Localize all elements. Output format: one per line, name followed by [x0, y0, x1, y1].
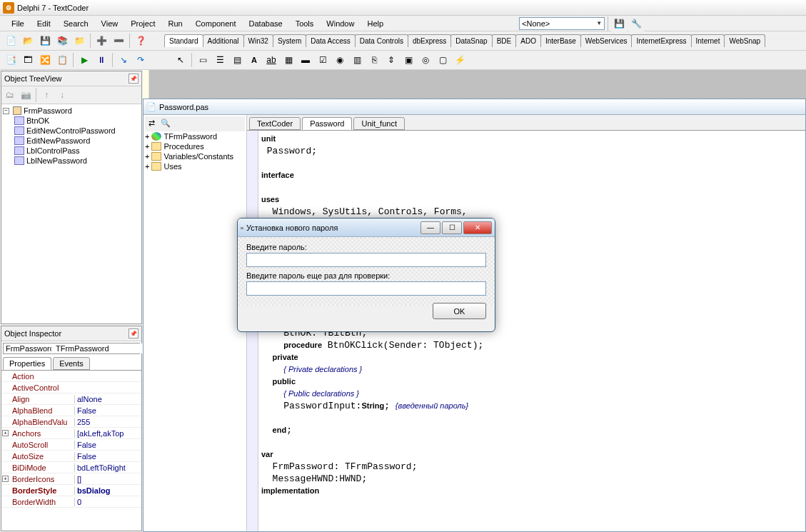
trace-into-button[interactable]: ↘: [116, 52, 131, 68]
component-button[interactable]: ▬: [298, 52, 313, 68]
explorer-variables[interactable]: +Variables/Constants: [145, 151, 245, 161]
tree-item[interactable]: EditNewPassword: [3, 136, 140, 146]
property-row[interactable]: ActiveControl: [1, 382, 141, 393]
palette-tab-dbexpress[interactable]: dbExpress: [408, 34, 451, 47]
editor-tab[interactable]: TextCoder: [249, 117, 301, 130]
palette-tab-internetexpress[interactable]: InternetExpress: [631, 34, 691, 47]
saveall-button[interactable]: 📚: [54, 33, 70, 49]
open-project-button[interactable]: 📁: [71, 33, 87, 49]
palette-tab-system[interactable]: System: [273, 34, 306, 47]
explorer-class[interactable]: +TFrmPassword: [145, 131, 245, 141]
selector-tool[interactable]: ↖: [173, 52, 188, 68]
property-row[interactable]: +Anchors[akLeft,akTop: [1, 428, 141, 439]
component-groupbox[interactable]: ▣: [401, 52, 416, 68]
palette-tab-datasnap[interactable]: DataSnap: [450, 34, 492, 47]
property-row[interactable]: +BorderIcons[]: [1, 473, 141, 485]
menu-file[interactable]: File: [6, 18, 30, 29]
menu-run[interactable]: Run: [162, 18, 188, 29]
inspector-object-combo[interactable]: ▼: [3, 343, 140, 354]
property-row[interactable]: AlignalNone: [1, 393, 141, 405]
component-radiobutton[interactable]: ◉: [332, 52, 348, 68]
menu-tools[interactable]: Tools: [290, 18, 320, 29]
palette-tab-ado[interactable]: ADO: [515, 34, 541, 47]
tree-item[interactable]: EditNewControlPassword: [3, 126, 140, 136]
tree-item[interactable]: BtnOK: [3, 116, 140, 126]
save-desktop-button[interactable]: 💾: [611, 16, 627, 31]
tree-up-button[interactable]: ↑: [39, 88, 54, 102]
property-row[interactable]: BorderWidth0: [1, 496, 141, 508]
menu-project[interactable]: Project: [125, 18, 161, 29]
palette-tab-data-access[interactable]: Data Access: [306, 34, 356, 47]
add-file-button[interactable]: ➕: [94, 33, 109, 49]
pin-icon[interactable]: 📌: [129, 328, 138, 338]
component-edit[interactable]: ab: [263, 52, 279, 68]
maximize-button[interactable]: ☐: [442, 221, 462, 234]
inspector-combo-right[interactable]: [54, 343, 156, 353]
pin-icon[interactable]: 📌: [129, 74, 138, 84]
palette-tab-additional[interactable]: Additional: [203, 34, 244, 47]
tab-events[interactable]: Events: [53, 357, 90, 370]
property-row[interactable]: AlphaBlendValu255: [1, 416, 141, 428]
menu-help[interactable]: Help: [361, 18, 389, 29]
close-button[interactable]: ✕: [463, 221, 492, 234]
component-listbox[interactable]: ▥: [349, 52, 365, 68]
ok-button[interactable]: OK: [433, 303, 486, 319]
property-row[interactable]: BorderStylebsDialog: [1, 485, 141, 496]
component-frames[interactable]: ▭: [195, 52, 211, 68]
object-tree[interactable]: − FrmPassword BtnOKEditNewControlPasswor…: [1, 104, 141, 323]
property-grid[interactable]: ActionActiveControlAlignalNoneAlphaBlend…: [1, 370, 141, 531]
open-button[interactable]: 📂: [20, 33, 36, 49]
palette-tab-bde[interactable]: BDE: [492, 34, 517, 47]
explorer-uses[interactable]: +Uses: [145, 161, 245, 171]
editor-titlebar[interactable]: 📄 Password.pas: [143, 99, 805, 115]
view-form-button[interactable]: 🗔: [20, 52, 36, 68]
property-row[interactable]: AlphaBlendFalse: [1, 405, 141, 416]
collapse-icon[interactable]: −: [3, 108, 9, 114]
palette-tab-win32[interactable]: Win32: [243, 34, 273, 47]
tree-item[interactable]: LblNewPassword: [3, 156, 140, 166]
component-checkbox[interactable]: ☑: [315, 52, 331, 68]
desktop-combo[interactable]: <None> ▼: [519, 17, 605, 30]
palette-tab-websnap[interactable]: WebSnap: [724, 34, 765, 47]
component-popupmenu[interactable]: ▤: [229, 52, 245, 68]
remove-file-button[interactable]: ➖: [111, 33, 126, 49]
tree-root[interactable]: − FrmPassword: [3, 106, 140, 116]
editor-tab[interactable]: Password: [302, 117, 352, 130]
explorer-procedures[interactable]: +Procedures: [145, 141, 245, 151]
palette-tab-internet[interactable]: Internet: [691, 34, 725, 47]
new-form-button[interactable]: 📋: [54, 52, 70, 68]
property-row[interactable]: Action: [1, 371, 141, 382]
explorer-tool-1[interactable]: ⇄: [145, 116, 158, 129]
menu-edit[interactable]: Edit: [31, 18, 56, 29]
editor-tab[interactable]: Unit_funct: [353, 117, 405, 130]
palette-tab-data-controls[interactable]: Data Controls: [355, 34, 408, 47]
tree-item[interactable]: LblControlPass: [3, 146, 140, 156]
new-button[interactable]: 📄: [3, 33, 19, 49]
component-mainmenu[interactable]: ☰: [212, 52, 228, 68]
save-button[interactable]: 💾: [37, 33, 53, 49]
component-scrollbar[interactable]: ⇕: [383, 52, 399, 68]
tree-down-button[interactable]: ↓: [55, 88, 69, 102]
component-radiogroup[interactable]: ◎: [418, 52, 433, 68]
menu-search[interactable]: Search: [58, 18, 94, 29]
menu-database[interactable]: Database: [243, 18, 288, 29]
code-explorer[interactable]: ⇄ 🔍 +TFrmPassword +Procedures +Variables…: [143, 115, 247, 531]
toggle-form-unit-button[interactable]: 🔀: [37, 52, 53, 68]
property-row[interactable]: BiDiModebdLeftToRight: [1, 462, 141, 473]
component-panel[interactable]: ▢: [435, 52, 450, 68]
password-input[interactable]: [246, 253, 486, 267]
menu-component[interactable]: Component: [190, 18, 242, 29]
run-button[interactable]: ▶: [76, 52, 92, 68]
minimize-button[interactable]: —: [420, 221, 440, 234]
component-label[interactable]: A: [246, 52, 262, 68]
confirm-password-input[interactable]: [246, 281, 486, 296]
explorer-tool-2[interactable]: 🔍: [159, 116, 172, 129]
palette-tab-webservices[interactable]: WebServices: [580, 34, 633, 47]
tool-button[interactable]: 🔧: [628, 16, 644, 31]
menu-view[interactable]: View: [96, 18, 124, 29]
tree-tool-1[interactable]: 🗂: [3, 88, 17, 102]
help-button[interactable]: ❓: [133, 33, 148, 49]
palette-tab-standard[interactable]: Standard: [164, 34, 203, 47]
step-over-button[interactable]: ↷: [133, 52, 148, 68]
view-unit-button[interactable]: 📑: [3, 52, 19, 68]
